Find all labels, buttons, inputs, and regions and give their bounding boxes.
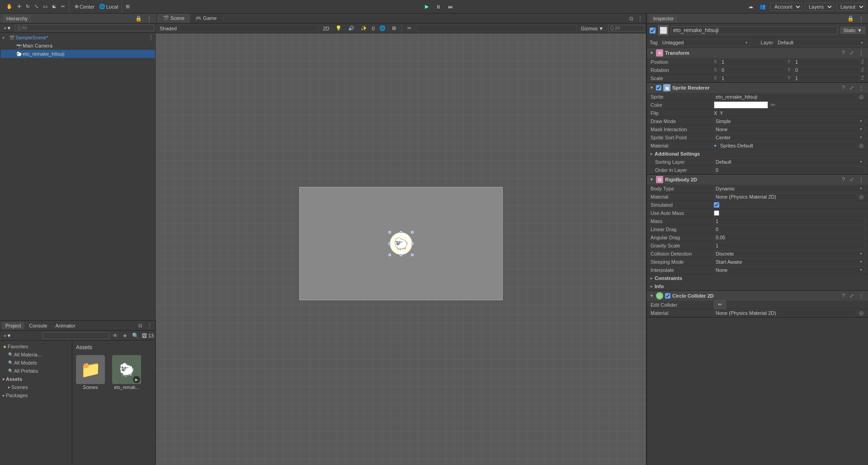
scene-fx[interactable]: ✨ — [359, 24, 369, 32]
project-add[interactable]: +▼ — [2, 332, 13, 339]
inspector-tab[interactable]: Inspector — [650, 15, 677, 22]
scenes-asset[interactable]: 📁 Scenes — [76, 355, 105, 390]
handle-br[interactable] — [411, 254, 414, 256]
play-btn[interactable]: ▶ — [423, 3, 430, 10]
gizmos-btn[interactable]: Gizmos ▼ — [579, 25, 605, 32]
inspector-lock[interactable]: 🔒 — [846, 15, 855, 22]
layout-dropdown[interactable]: Layout — [836, 3, 865, 11]
collider-enabled[interactable] — [665, 293, 670, 299]
scene-search[interactable] — [608, 25, 644, 32]
space-btn[interactable]: 🌐 Local — [97, 3, 120, 10]
move-tool[interactable]: ✛ — [15, 3, 23, 10]
order-in-layer-field[interactable] — [714, 166, 864, 174]
scale-tool[interactable]: ⤡ — [33, 3, 40, 10]
collider-expand[interactable]: ⤢ — [848, 292, 855, 299]
all-models-item[interactable]: 🔍 All Models — [2, 359, 70, 367]
sprite-select-btn[interactable]: ◎ — [858, 94, 864, 100]
console-tab[interactable]: Console — [25, 322, 51, 329]
info-header[interactable]: ▸ Info — [647, 282, 868, 290]
constraints-header[interactable]: ▸ Constraints — [647, 274, 868, 282]
all-materials-item[interactable]: 🔍 All Materia... — [2, 351, 70, 359]
interpolate-dropdown[interactable]: None — [714, 266, 864, 274]
rb-material-btn[interactable]: ◎ — [858, 194, 864, 200]
tag-dropdown[interactable]: Untagged — [660, 39, 750, 46]
collab-btn[interactable]: 👥 — [758, 3, 768, 10]
sprite-material-btn[interactable]: ◎ — [858, 142, 864, 149]
game-tab[interactable]: 🎮 Game — [190, 14, 222, 23]
main-camera-item[interactable]: 📷 Main Camera — [1, 42, 155, 50]
project-filter[interactable]: 🔍 — [131, 332, 140, 339]
scl-y[interactable] — [793, 75, 859, 82]
scene-area[interactable]: 🐑 — [156, 33, 646, 465]
custom-tool[interactable]: ✂ — [59, 3, 67, 10]
pivot-btn[interactable]: ⊕ Center — [73, 3, 96, 10]
sprite-field[interactable] — [714, 93, 856, 100]
hitsuji-object[interactable]: 🐑 — [390, 232, 412, 255]
handle-bm[interactable] — [400, 254, 402, 256]
circle-collider-header[interactable]: ▼ ○ Circle Collider 2D ? ⤢ ⋮ — [647, 291, 868, 301]
transform-expand[interactable]: ⤢ — [848, 49, 855, 57]
hierarchy-menu[interactable]: ⋮ — [145, 15, 153, 22]
flip-x-btn[interactable]: X — [714, 110, 717, 116]
2d-btn[interactable]: 2D — [321, 25, 331, 32]
handle-tr[interactable] — [411, 231, 414, 234]
scene-root[interactable]: ▸ 🎬 SampleScene* ⋮ — [1, 33, 155, 42]
handle-mr[interactable] — [411, 242, 414, 245]
layer-select[interactable] — [416, 25, 576, 32]
step-btn[interactable]: ⏭ — [446, 3, 455, 10]
sprite-menu[interactable]: ⋮ — [857, 84, 865, 91]
object-active-check[interactable] — [650, 28, 656, 33]
scene-menu[interactable]: ⋮ — [636, 15, 644, 22]
angular-drag-field[interactable] — [714, 234, 864, 241]
mask-dropdown[interactable]: None — [714, 126, 864, 133]
pause-btn[interactable]: ⏸ — [434, 3, 443, 10]
rigidbody-help[interactable]: ? — [840, 176, 846, 183]
project-star[interactable]: ★ — [121, 332, 129, 339]
scene-menu[interactable]: ⋮ — [147, 34, 155, 41]
handle-tl[interactable] — [388, 231, 391, 234]
project-maximize[interactable]: ⧉ — [137, 322, 144, 329]
hitsuji-item[interactable]: 🐑 eto_remake_hitsuji — [1, 50, 155, 58]
pos-x[interactable] — [720, 58, 786, 66]
scene-tools[interactable]: ✂ — [406, 24, 413, 32]
scene-maximize[interactable]: ⧉ — [628, 15, 635, 22]
transform-help[interactable]: ? — [840, 49, 846, 57]
shading-dropdown[interactable]: Shaded — [158, 25, 318, 32]
sprite-expand[interactable]: ⤢ — [848, 84, 855, 91]
packages-folder[interactable]: ▸ Packages — [2, 391, 70, 399]
project-eye[interactable]: 👁 — [111, 332, 119, 339]
rigidbody-menu[interactable]: ⋮ — [857, 176, 865, 183]
hierarchy-lock[interactable]: 🔒 — [134, 15, 143, 22]
favorites-item[interactable]: ★ Favorites — [2, 342, 70, 351]
sprite-renderer-header[interactable]: ▼ ▣ Sprite Renderer ? ⤢ ⋮ — [647, 83, 868, 93]
scene-skybox[interactable]: 🌐 — [377, 24, 387, 32]
rot-y[interactable] — [793, 66, 859, 74]
color-picker-btn[interactable]: ✏ — [770, 102, 776, 108]
collider-menu[interactable]: ⋮ — [857, 292, 865, 299]
sleeping-dropdown[interactable]: Start Awake — [714, 258, 864, 266]
scene-audio[interactable]: 🔊 — [346, 24, 356, 32]
project-tab[interactable]: Project — [2, 322, 24, 329]
transform-tool[interactable]: ☯ — [50, 3, 58, 10]
transform-menu[interactable]: ⋮ — [857, 49, 865, 57]
sprite-material-field[interactable] — [718, 142, 856, 149]
body-type-dropdown[interactable]: Dynamic — [714, 185, 864, 192]
collider-material-field[interactable] — [714, 309, 856, 317]
project-menu[interactable]: ⋮ — [146, 322, 154, 329]
project-search[interactable] — [42, 332, 109, 339]
layer-dropdown[interactable]: Default — [776, 39, 865, 46]
linear-drag-field[interactable] — [714, 226, 864, 233]
flip-y-btn[interactable]: Y — [720, 110, 723, 116]
collider-help[interactable]: ? — [840, 292, 846, 299]
handle-tm[interactable] — [400, 231, 402, 234]
hierarchy-add[interactable]: +▼ — [2, 24, 13, 32]
rigidbody2d-header[interactable]: ▼ ⚙ Rigidbody 2D ? ⤢ ⋮ — [647, 175, 868, 185]
auto-mass-check[interactable] — [714, 210, 719, 216]
mass-field[interactable] — [714, 218, 864, 225]
assets-root[interactable]: ▸ Assets — [2, 375, 70, 383]
edit-collider-btn[interactable]: ✏ — [714, 300, 726, 309]
collision-dropdown[interactable]: Discrete — [714, 250, 864, 257]
hierarchy-search[interactable] — [15, 24, 154, 31]
rect-tool[interactable]: ▭ — [41, 3, 49, 10]
transform-header[interactable]: ▼ ⟲ Transform ? ⤢ ⋮ — [647, 48, 868, 58]
